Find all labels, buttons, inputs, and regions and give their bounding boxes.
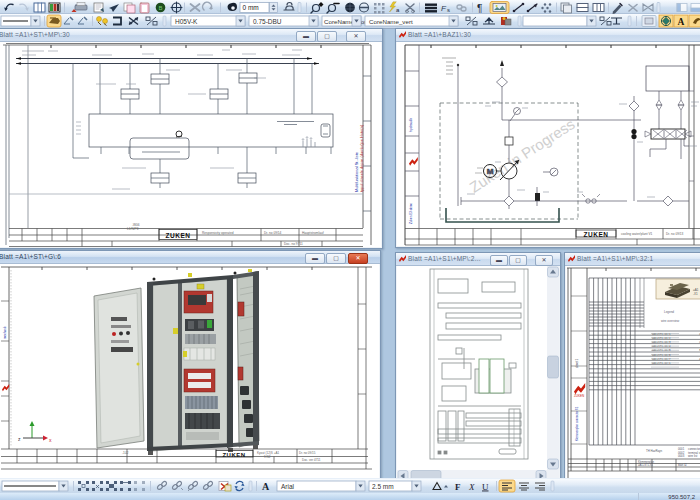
svg-text:-X1: -X1	[693, 292, 698, 296]
svg-text:Dr. no 09/14: Dr. no 09/14	[264, 231, 282, 235]
svg-text:sheet 1: sheet 1	[575, 358, 579, 368]
svg-text:2.5 mm: 2.5 mm	[372, 483, 394, 490]
svg-text:F: F	[455, 482, 461, 492]
svg-text:A: A	[262, 481, 270, 492]
svg-text:-1U2: -1U2	[122, 451, 129, 455]
svg-text:TH HazRayn: TH HazRayn	[646, 449, 662, 453]
svg-text:=A1+ST1-X1:4: =A1+ST1-X1:4	[652, 345, 671, 348]
svg-text:=A1+ST1-X1:2: =A1+ST1-X1:2	[652, 337, 671, 340]
svg-text:mechanik: mechanik	[3, 326, 7, 339]
svg-text:Blatt 32: Blatt 32	[678, 463, 687, 467]
svg-text:Arial: Arial	[281, 483, 295, 490]
svg-text:typul clasele depar (dumbr)pe: typul clasele depar (dumbr)pe Hste(a)	[359, 124, 364, 192]
svg-text:Klemmenplan connector X1: Klemmenplan connector X1	[575, 406, 579, 441]
svg-text:ZUKEN: ZUKEN	[222, 452, 245, 458]
svg-text:Legend: Legend	[664, 310, 674, 314]
svg-text:0003: 0003	[678, 454, 685, 458]
svg-text:Zuken E3 demo: Zuken E3 demo	[409, 202, 413, 224]
svg-text:hydraulik: hydraulik	[409, 118, 413, 132]
svg-text:ZUKEN: ZUKEN	[574, 394, 584, 398]
svg-text:=A1+ST1-X1:5: =A1+ST1-X1:5	[652, 349, 671, 352]
svg-text:Doc. ver 4711: Doc. ver 4711	[302, 458, 321, 462]
svg-text:Zuken in Progress: Zuken in Progress	[466, 115, 577, 196]
svg-text:wire overview: wire overview	[661, 319, 680, 323]
svg-text:X: X	[468, 482, 475, 492]
svg-text:CoreName_vert: CoreName_vert	[369, 18, 413, 25]
svg-text:=A1+ST1-X1: =A1+ST1-X1	[638, 463, 654, 467]
svg-text:=A1+ST1-X1:1: =A1+ST1-X1:1	[652, 333, 671, 336]
svg-text:a: a	[396, 7, 400, 13]
svg-text:Dr. no 09/15: Dr. no 09/15	[299, 451, 316, 455]
svg-text:Doc. no 9711: Doc. no 9711	[284, 242, 303, 246]
svg-text:Dr. no 09/13: Dr. no 09/13	[666, 232, 684, 236]
svg-text:H05V-K: H05V-K	[175, 18, 198, 25]
svg-text:x: x	[49, 437, 52, 443]
svg-text:ZUKEN: ZUKEN	[166, 232, 191, 239]
svg-text:z: z	[18, 436, 21, 442]
svg-text:=A1+ST1-X2:1: =A1+ST1-X2:1	[652, 362, 671, 365]
svg-text:Responsivity operated: Responsivity operated	[202, 231, 234, 235]
svg-text:¶: ¶	[477, 3, 482, 14]
svg-text:cooling water/plant V1: cooling water/plant V1	[621, 232, 653, 236]
svg-text:Hauptstromlauf: Hauptstromlauf	[302, 231, 324, 235]
svg-text:=A1+ST1-X1:6: =A1+ST1-X1:6	[652, 354, 671, 357]
svg-text:0.75-DBU: 0.75-DBU	[253, 18, 282, 25]
svg-text:B: B	[158, 5, 162, 11]
svg-text:L1/N/PE: L1/N/PE	[127, 227, 139, 231]
svg-text:Klemmenplan: Klemmenplan	[638, 460, 654, 464]
svg-text:U: U	[482, 482, 489, 492]
svg-text:M: M	[487, 167, 494, 176]
svg-text:A: A	[678, 17, 685, 27]
svg-text:9.N2: 9.N2	[264, 455, 271, 459]
svg-text:=A1+ST1-X1:3: =A1+ST1-X1:3	[652, 341, 671, 344]
svg-text:s: s	[447, 7, 450, 13]
svg-text:0 mm: 0 mm	[243, 4, 259, 11]
svg-text:=A1+ST1-X1:7: =A1+ST1-X1:7	[652, 358, 671, 361]
svg-text:ZUKEN: ZUKEN	[584, 231, 609, 238]
svg-text:wire list: wire list	[688, 454, 698, 458]
